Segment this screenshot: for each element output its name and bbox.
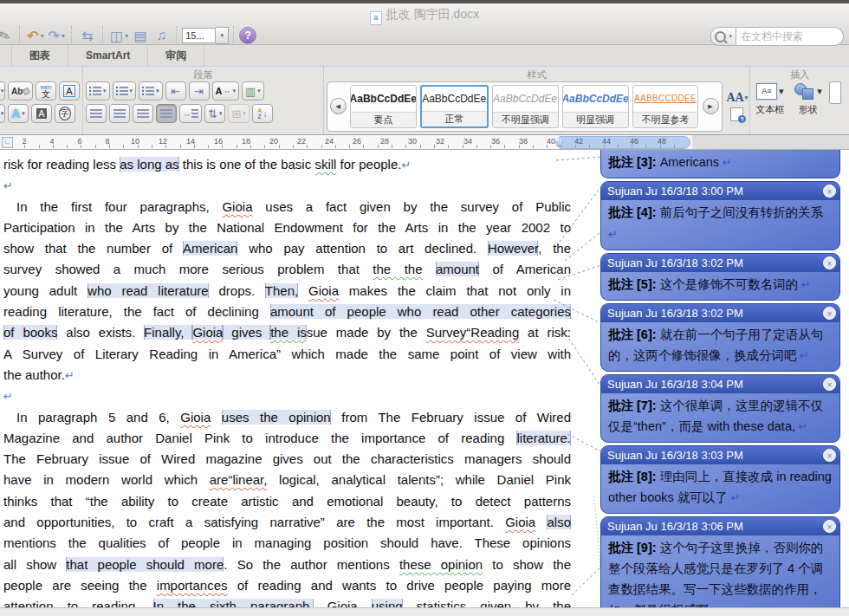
comment-box[interactable]: 批注 [3]: Americans ↵: [600, 150, 840, 178]
text-line[interactable]: the author.↵: [3, 365, 571, 386]
cut-button-sliver[interactable]: ▾: [0, 81, 5, 101]
text-line[interactable]: The February issue of Wired magazine giv…: [3, 449, 571, 470]
comment-box[interactable]: Sujuan Ju 16/3/18 3:02 PM×批注 [6]: 就在前一个句…: [600, 303, 840, 372]
comment-close-icon[interactable]: ×: [823, 307, 836, 320]
ruler[interactable]: ∟ 24681012141618202224262830323436384042…: [0, 135, 849, 150]
text-box-button[interactable]: A≡▾ 文本框: [755, 81, 784, 116]
tab-marks-button[interactable]: ⇆: [77, 26, 98, 45]
text-line[interactable]: Magazine and author Daniel Pink to intro…: [3, 428, 571, 449]
document-elements-button[interactable]: ▤: [130, 26, 151, 45]
align-left-button[interactable]: [86, 104, 107, 123]
increase-indent-button[interactable]: ⇥: [189, 81, 210, 101]
text-line[interactable]: Participation in the Arts by the Nationa…: [3, 217, 571, 238]
media-browser-button[interactable]: ♫: [151, 26, 172, 45]
columns-button[interactable]: ▥▾: [242, 81, 264, 101]
phonetic-guide-button[interactable]: wen文: [36, 81, 56, 101]
comment-body[interactable]: 批注 [9]: 这个句子这里换掉，否则你的整个段落给人感觉只是在罗列了 4 个调…: [601, 535, 839, 607]
character-scale-button[interactable]: A⇔▾: [212, 81, 239, 101]
style-card-正常[interactable]: AaBbCcDdEe正常: [420, 85, 489, 128]
style-card-要点[interactable]: AaBbCcDdEe要点: [350, 85, 417, 128]
document-text[interactable]: risk for reading less as long as this is…: [0, 150, 571, 607]
horizontal-scrollbar[interactable]: [0, 607, 849, 616]
borders-button[interactable]: ⊞▾: [228, 104, 249, 123]
bullet-list-button[interactable]: ▾: [86, 81, 110, 101]
tab-图表[interactable]: 图表: [12, 45, 68, 66]
manage-styles-button[interactable]: [730, 107, 743, 121]
comment-close-icon[interactable]: ×: [823, 378, 836, 391]
distribute-button[interactable]: ⇔: [179, 104, 202, 123]
enclose-characters-button[interactable]: 字: [55, 104, 75, 123]
undo-button[interactable]: ↶▾: [25, 26, 46, 45]
text-line[interactable]: of books also exists. Finally, Gioia giv…: [3, 322, 571, 343]
text-line[interactable]: ↵: [3, 386, 571, 406]
text-line[interactable]: risk for reading less as long as this is…: [3, 154, 571, 175]
decrease-indent-button[interactable]: ⇤: [165, 81, 186, 101]
comment-body[interactable]: 批注 [8]: 理由同上，直接改成 in reading other books…: [601, 464, 839, 513]
change-styles-button[interactable]: AA▾: [727, 91, 749, 105]
search-scope-button[interactable]: ▾: [710, 27, 736, 46]
comment-box[interactable]: Sujuan Ju 16/3/18 3:06 PM×批注 [9]: 这个句子这里…: [600, 516, 840, 607]
comment-close-icon[interactable]: ×: [823, 520, 836, 533]
align-right-button[interactable]: [133, 104, 153, 123]
style-card-明显强调[interactable]: AaBbCcDdEe明显强调: [562, 85, 629, 128]
comment-box[interactable]: Sujuan Ju 16/3/18 3:00 PM×批注 [4]: 前后句子之间…: [600, 181, 840, 250]
multilevel-list-button[interactable]: ▾: [139, 81, 163, 101]
comment-body[interactable]: 批注 [6]: 就在前一个句子用了定语从句的，这两个修饰很像，换成分词吧 ↵: [601, 322, 839, 371]
text-line[interactable]: In the first four paragraphs, Gioia uses…: [3, 197, 571, 217]
style-preview: AaBbCcDdEe: [422, 87, 487, 111]
tab-SmartArt[interactable]: SmartArt: [68, 45, 148, 66]
numbered-list-button[interactable]: ▾: [113, 81, 137, 101]
insert-next-button-sliver[interactable]: [829, 81, 841, 104]
sort-button[interactable]: AZ↓: [252, 104, 273, 123]
text-line[interactable]: ↵: [3, 175, 571, 196]
text-line[interactable]: thinks that “the ability to create artis…: [3, 491, 571, 512]
search-input[interactable]: 在文档中搜索: [736, 27, 844, 46]
shapes-button[interactable]: ▾ 形状: [794, 81, 822, 116]
shading-button[interactable]: A: [31, 104, 52, 123]
text-line[interactable]: survey showed a much more serious proble…: [3, 259, 571, 280]
text-line[interactable]: mentions the qualities of people in mana…: [3, 533, 571, 554]
zoom-value[interactable]: 15...: [182, 28, 216, 43]
text-line[interactable]: In paragraph 5 and 6, Gioia uses the opi…: [3, 407, 571, 428]
format-painter-icon[interactable]: ✎: [0, 23, 17, 49]
line-spacing-button[interactable]: ⇅▾: [204, 104, 225, 123]
text-line[interactable]: young adult who read literature drops. T…: [3, 281, 571, 302]
align-center-button[interactable]: [109, 104, 130, 123]
text-line[interactable]: attention to reading. In the sixth parag…: [3, 596, 571, 607]
gallery-scroll-right-button[interactable]: ▶: [703, 98, 719, 114]
text-effects-button[interactable]: A▾: [8, 104, 29, 123]
redo-button[interactable]: ↷▾: [46, 26, 67, 45]
tab-selector-icon[interactable]: ∟: [2, 137, 13, 148]
comment-close-icon[interactable]: ×: [823, 256, 836, 269]
justify-button[interactable]: [156, 104, 177, 123]
text-line[interactable]: show that the number of American who pay…: [3, 238, 571, 259]
character-border-button[interactable]: A: [59, 81, 80, 101]
layout-view-button[interactable]: ◫▾: [108, 26, 130, 45]
comment-box[interactable]: Sujuan Ju 16/3/18 3:02 PM×批注 [5]: 这个是修饰不…: [600, 253, 840, 301]
text-line[interactable]: reading literature, the fact of declinin…: [3, 302, 571, 322]
comment-box[interactable]: Sujuan Ju 16/3/18 3:03 PM×批注 [8]: 理由同上，直…: [600, 445, 840, 514]
text-line[interactable]: all show that people should more. So the…: [3, 554, 571, 575]
clear-formatting-button[interactable]: Ab: [8, 81, 33, 101]
tab-审阅[interactable]: 审阅: [148, 45, 204, 66]
zoom-dropdown-icon[interactable]: ▾: [216, 27, 229, 44]
gallery-scroll-left-button[interactable]: ◀: [330, 98, 347, 114]
help-button[interactable]: ?: [239, 27, 256, 44]
comment-body[interactable]: 批注 [5]: 这个是修饰不可数名词的 ↵: [601, 272, 839, 300]
comment-body[interactable]: 批注 [7]: 这个很单调，这里的逻辑不仅仅是“then”，而是 with th…: [601, 393, 839, 442]
search-box[interactable]: ▾ 在文档中搜索: [710, 27, 844, 46]
comment-box[interactable]: Sujuan Ju 16/3/18 3:04 PM×批注 [7]: 这个很单调，…: [600, 374, 840, 443]
text-line[interactable]: have in modern world which are“linear, l…: [3, 470, 571, 490]
comment-close-icon[interactable]: ×: [823, 185, 836, 198]
text-line[interactable]: people are seeing the importances of rea…: [3, 575, 571, 596]
text-line[interactable]: A Survey of Literary Reading in America”…: [3, 344, 571, 365]
style-card-不明显强调[interactable]: AaBbCcDdEe不明显强调: [492, 85, 559, 128]
comment-close-icon[interactable]: ×: [823, 449, 836, 462]
zoom-combobox[interactable]: 15... ▾: [182, 27, 229, 44]
text-line[interactable]: and opportunities, to craft a satisfying…: [3, 512, 571, 533]
font-color-sliver[interactable]: ▾: [0, 104, 5, 123]
ruler-number: 6: [77, 137, 81, 146]
comment-body[interactable]: 批注 [3]: Americans ↵: [601, 150, 839, 178]
comment-body[interactable]: 批注 [4]: 前后句子之间没有转折的关系 ↵: [601, 200, 839, 250]
style-card-不明显参考[interactable]: AaBbCcDdEe不明显参考: [632, 85, 699, 128]
